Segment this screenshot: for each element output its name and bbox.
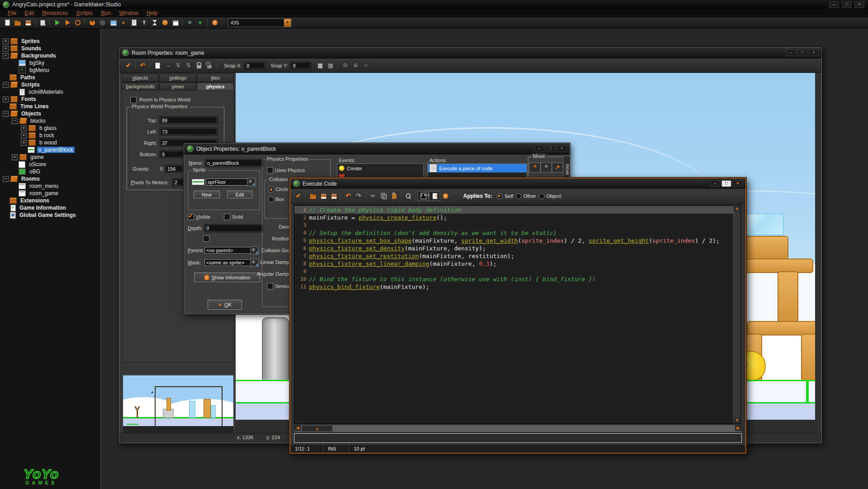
tab-objects[interactable]: objects (122, 74, 159, 82)
circle-radio[interactable] (268, 187, 274, 192)
paste-button[interactable] (389, 192, 399, 201)
scene-wood-post[interactable] (778, 271, 798, 325)
create-timeline-button[interactable] (149, 18, 160, 27)
minimize-icon[interactable]: – (534, 145, 544, 152)
zoom-out-button[interactable] (340, 61, 350, 70)
tree-item-bgmenu[interactable]: bgMenu (0, 67, 100, 74)
run-button[interactable] (52, 18, 62, 27)
field-input-top[interactable]: 89 (160, 116, 218, 124)
tab-tiles[interactable]: tiles (197, 74, 234, 82)
tree-item-room-menu[interactable]: room_menu (0, 182, 100, 190)
tree-item-time-lines[interactable]: Time Lines (0, 103, 100, 110)
unlock-button[interactable] (204, 61, 214, 70)
menu-window[interactable]: Window (115, 10, 142, 16)
collapse-icon[interactable]: − (3, 82, 9, 88)
room-window-titlebar[interactable]: Room Properties: room_game – □ × (119, 48, 821, 58)
code-line-7[interactable]: 7physics_fixture_set_restitution(mainFix… (294, 252, 734, 260)
scriptpage-button[interactable] (429, 191, 440, 201)
tree-item-oscore[interactable]: oScore (0, 161, 100, 168)
object-window-titlebar[interactable]: Object Properties: o_parentBlock – □ × (184, 144, 569, 154)
scroll-left-icon[interactable]: ◀ (294, 425, 301, 431)
scene-wood-block[interactable] (741, 236, 788, 259)
horizontal-scrollbar[interactable]: ◀ ▶ (294, 425, 742, 432)
undo-button[interactable] (343, 192, 353, 201)
grid-iso-button[interactable] (325, 61, 336, 70)
code-line-6[interactable]: 6physics_fixture_set_density(mainFixture… (294, 244, 734, 252)
scroll-down-icon[interactable]: ▼ (734, 417, 740, 423)
create-background-button[interactable] (108, 18, 118, 27)
collapse-icon[interactable]: − (3, 176, 9, 182)
tree-item-scripts[interactable]: −Scripts (0, 81, 100, 88)
snap-y-input[interactable]: 8 (290, 62, 311, 69)
menu-edit[interactable]: Edit (20, 10, 38, 16)
box-radio[interactable] (268, 197, 274, 202)
zoom-reset-button[interactable] (360, 61, 371, 70)
create-sound-button[interactable] (97, 18, 108, 27)
debug-button[interactable] (62, 18, 72, 27)
minimap-view-rectangle[interactable] (155, 386, 223, 426)
scrollbar-thumb[interactable] (301, 425, 333, 432)
room-is-physics-world-checkbox[interactable] (130, 97, 137, 103)
create-room-button[interactable] (170, 18, 180, 27)
undo-button[interactable] (138, 61, 148, 70)
tree-item-b-wood[interactable]: +b wood (0, 139, 100, 146)
instances-button[interactable] (185, 18, 195, 27)
lock-button[interactable] (194, 61, 204, 70)
create-sprite-button[interactable] (87, 18, 97, 27)
expand-icon[interactable]: + (3, 96, 9, 102)
tree-item-b-glass[interactable]: +b glass (0, 125, 100, 132)
arrow-right-button[interactable] (162, 61, 173, 70)
grid-button[interactable] (315, 61, 325, 70)
cut-button[interactable] (368, 192, 378, 201)
redo-button[interactable] (353, 192, 364, 201)
menu-scripts[interactable]: Scripts (72, 10, 97, 16)
close-icon[interactable]: × (557, 145, 567, 152)
applies-to-other-radio[interactable]: Other (516, 193, 536, 199)
expand-icon[interactable]: + (21, 125, 27, 131)
tree-item-rooms[interactable]: −Rooms (0, 175, 100, 182)
tree-item-paths[interactable]: Paths (0, 74, 100, 81)
scene-wood-post[interactable] (801, 334, 815, 382)
tab-settings[interactable]: settings (159, 74, 196, 82)
tree-item-sprites[interactable]: +Sprites (0, 38, 100, 45)
applies-to-self-radio[interactable]: Self (497, 193, 513, 199)
code-editor[interactable]: 1// Create the physics rigid body defini… (294, 205, 741, 424)
new-sprite-button[interactable]: New (194, 191, 220, 198)
tree-item-game[interactable]: +game (0, 153, 100, 161)
target-platform-combo[interactable]: iOS ▼ (228, 19, 291, 27)
code-window-titlebar[interactable]: Execute Code – □ × (290, 178, 745, 189)
tree-item-global-game-settings[interactable]: Global Game Settings (0, 211, 100, 219)
scene-ground-block[interactable] (807, 380, 815, 403)
tree-item-extensions[interactable]: Extensions (0, 197, 100, 204)
sprite-name-field[interactable]: sprFloor (205, 178, 248, 186)
tree-item-obg[interactable]: oBG (0, 168, 100, 175)
help-button[interactable] (440, 192, 451, 201)
help-button[interactable] (209, 18, 220, 27)
code-line-2[interactable]: 2mainFixture = physics_create_fixture(); (294, 214, 734, 221)
tree-item-objects[interactable]: −Objects (0, 110, 100, 117)
tree-item-blocks[interactable]: −blocks (0, 117, 100, 125)
applies-to-object-radio[interactable]: Object: (539, 193, 562, 199)
tree-item-room-game[interactable]: room_game (0, 190, 100, 197)
export-button[interactable] (37, 18, 47, 27)
minimize-icon[interactable]: – (710, 180, 720, 187)
sensor-checkbox[interactable] (267, 283, 273, 289)
event-item-create[interactable]: Create (337, 164, 423, 173)
save-button[interactable] (318, 192, 328, 201)
tree-item-backgrounds[interactable]: −Backgrounds (0, 52, 100, 59)
zoom-in-button[interactable] (350, 61, 360, 70)
expand-icon[interactable]: + (3, 38, 9, 44)
expand-icon[interactable]: + (3, 46, 9, 52)
action-item-execute-code[interactable]: Execute a piece of code (428, 164, 526, 173)
create-path-button[interactable] (118, 18, 128, 27)
move-towards-button[interactable] (552, 163, 563, 173)
move-fixed-button[interactable] (529, 163, 541, 173)
gravity-x-input[interactable]: 156 (165, 165, 183, 173)
code-line-9[interactable]: 9 (294, 268, 734, 275)
minimize-icon[interactable]: – (829, 1, 839, 8)
solid-checkbox[interactable] (224, 214, 230, 220)
code-line-5[interactable]: 5physics_fixture_set_box_shape(mainFixtu… (294, 237, 734, 244)
sprite-menu-button[interactable] (247, 178, 256, 186)
collapse-icon[interactable]: − (3, 53, 9, 59)
close-icon[interactable]: × (854, 1, 864, 8)
